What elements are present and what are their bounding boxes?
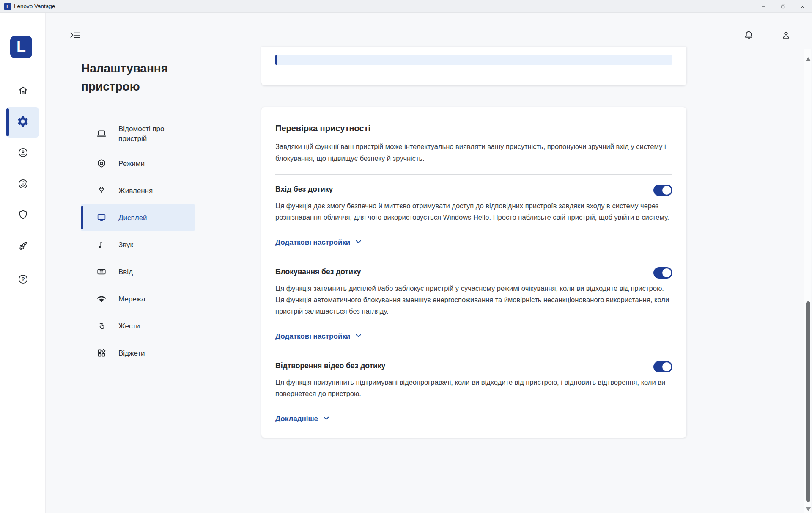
toggle-knob (662, 362, 671, 371)
expand-link-zero-touch-login[interactable]: Додаткові настройки (275, 238, 362, 247)
scroll-up-arrow[interactable] (806, 57, 811, 61)
nav-item-label: Віджети (118, 348, 186, 358)
rail-item-help[interactable]: ? (6, 265, 39, 295)
previous-card-partial (261, 47, 686, 86)
toggle-zero-touch-video[interactable] (653, 361, 672, 372)
nav-item-sound[interactable]: Звук (81, 231, 195, 258)
nav-item-input[interactable]: Ввід (81, 258, 195, 285)
help-icon: ? (17, 273, 29, 287)
card-description: Завдяки цій функції ваш пристрій може ін… (275, 141, 672, 164)
icon-sidebar: L ? (0, 13, 46, 513)
restore-icon (780, 3, 786, 10)
window-title: Lenovo Vantage (14, 0, 55, 13)
collapse-menu-icon (70, 31, 81, 39)
nav-item-label: Мережа (118, 294, 186, 304)
nav-item-power[interactable]: Живлення (81, 177, 195, 204)
minimize-button[interactable] (754, 0, 773, 13)
page-title: Налаштування пристрою (81, 59, 195, 96)
laptop-icon (96, 129, 107, 139)
rail-item-performance[interactable] (6, 169, 39, 200)
nav-item-label: Режими (118, 159, 186, 168)
rail-item-apps-downloads[interactable] (6, 138, 39, 168)
chevron-down-icon (355, 238, 362, 247)
expand-link-label: Додаткові настройки (275, 332, 350, 341)
nav-item-label: Жести (118, 321, 186, 331)
nav-item-label: Живлення (118, 186, 186, 196)
widgets-icon (96, 348, 107, 358)
nav-item-widgets[interactable]: Віджети (81, 339, 195, 367)
toggle-knob (662, 268, 671, 277)
close-icon (799, 3, 806, 10)
nav-item-network[interactable]: Мережа (81, 285, 195, 312)
setting-row-zero-touch-login: Вхід без дотикуЦя функція дає змогу безп… (275, 175, 672, 247)
power-plug-icon (96, 185, 107, 196)
setting-description: Ця функція призупинить підтримувані віде… (275, 377, 672, 400)
app-logo-small: L (4, 3, 11, 10)
collapse-menu-button[interactable] (69, 30, 81, 41)
setting-title: Відтворення відео без дотику (275, 361, 385, 371)
notifications-button[interactable] (742, 29, 755, 41)
keyboard-icon (96, 267, 107, 277)
nav-item-label: Відомості про пристрій (118, 124, 186, 143)
window-controls (754, 0, 812, 13)
expand-link-zero-touch-video[interactable]: Докладніше (275, 415, 329, 423)
presence-detection-card: Перевірка присутності Завдяки цій функці… (261, 107, 686, 438)
setting-row-zero-touch-lock: Блокування без дотикуЦя функція затемнит… (275, 257, 672, 341)
chevron-down-icon (323, 415, 329, 423)
rail-item-growth[interactable] (6, 232, 39, 262)
active-indicator-bar (6, 108, 9, 136)
settings-nav: Відомості про пристрійРежимиЖивленняДисп… (81, 118, 195, 367)
wifi-icon (96, 294, 107, 304)
minimize-icon (760, 3, 767, 10)
setting-row-zero-touch-video: Відтворення відео без дотикуЦя функція п… (275, 351, 672, 423)
setting-description: Ця функція дає змогу безпечно й миттєво … (275, 200, 672, 223)
nav-item-gestures[interactable]: Жести (81, 312, 195, 339)
vertical-scrollbar[interactable] (804, 49, 811, 513)
scrollbar-thumb[interactable] (806, 301, 810, 502)
lenovo-logo: L (10, 36, 32, 58)
row-accent-bar (275, 55, 277, 65)
bell-icon (743, 30, 754, 41)
expand-link-zero-touch-lock[interactable]: Додаткові настройки (275, 332, 362, 341)
scroll-down-arrow[interactable] (806, 507, 811, 511)
rail-item-security[interactable] (6, 200, 39, 231)
download-icon (17, 147, 29, 160)
toggle-zero-touch-login[interactable] (653, 185, 672, 196)
note-icon (96, 240, 107, 250)
nav-item-display[interactable]: Дисплей (81, 204, 195, 231)
setting-title: Блокування без дотику (275, 267, 361, 277)
nav-item-modes[interactable]: Режими (81, 150, 195, 177)
rocket-icon (17, 240, 29, 254)
active-indicator-bar (81, 206, 83, 229)
home-icon (17, 85, 29, 98)
nav-item-device-info[interactable]: Відомості про пристрій (81, 118, 195, 150)
close-button[interactable] (793, 0, 812, 13)
svg-text:?: ? (21, 276, 25, 282)
rail-item-device-settings[interactable] (6, 107, 39, 138)
toggle-zero-touch-lock[interactable] (653, 267, 672, 279)
shield-icon (17, 209, 29, 222)
gesture-icon (96, 321, 107, 331)
expand-link-label: Додаткові настройки (275, 238, 350, 247)
display-icon (96, 212, 107, 223)
user-icon (780, 30, 792, 41)
expand-link-label: Докладніше (275, 415, 318, 423)
lenovo-vantage-window: L Lenovo Vantage L ? (0, 0, 812, 513)
chevron-down-icon (355, 332, 362, 341)
nav-item-label: Дисплей (118, 213, 186, 223)
settings-list: Вхід без дотикуЦя функція дає змогу безп… (275, 174, 672, 423)
nav-item-label: Ввід (118, 267, 186, 277)
setting-description: Ця функція затемнить дисплей і/або забло… (275, 283, 672, 317)
rail-item-home[interactable] (6, 76, 39, 107)
card-title: Перевірка присутності (275, 122, 672, 134)
setting-title: Вхід без дотику (275, 184, 333, 194)
toggle-knob (662, 186, 671, 195)
nav-item-label: Звук (118, 240, 186, 250)
titlebar: L Lenovo Vantage (0, 0, 812, 13)
gear-icon (16, 115, 29, 130)
modes-icon (96, 158, 107, 168)
account-button[interactable] (779, 29, 792, 41)
gauge-icon (17, 178, 29, 191)
highlighted-list-row[interactable] (275, 55, 672, 65)
restore-button[interactable] (773, 0, 793, 13)
